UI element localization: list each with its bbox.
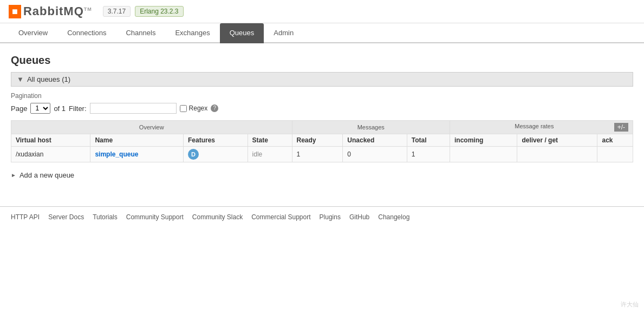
queue-name-link[interactable]: simple_queue bbox=[95, 151, 138, 158]
col-state: State bbox=[248, 134, 292, 147]
filter-label: Filter: bbox=[69, 104, 87, 113]
footer-community-slack[interactable]: Community Slack bbox=[192, 213, 243, 221]
footer-commercial-support[interactable]: Commercial Support bbox=[251, 213, 310, 221]
cell-deliver-get bbox=[517, 147, 597, 162]
regex-checkbox[interactable] bbox=[180, 105, 187, 112]
cell-state: idle bbox=[248, 147, 292, 162]
page-title: Queues bbox=[11, 54, 633, 67]
cell-incoming bbox=[450, 147, 517, 162]
pagination-label: Pagination bbox=[11, 92, 633, 100]
messages-group-header: Messages bbox=[292, 121, 450, 134]
col-features: Features bbox=[184, 134, 248, 147]
add-queue-section: ► Add a new queue bbox=[11, 171, 633, 179]
col-virtual-host: Virtual host bbox=[11, 134, 90, 147]
page-label: Page bbox=[11, 104, 27, 113]
footer-plugins[interactable]: Plugins bbox=[320, 213, 341, 221]
footer-community-support[interactable]: Community Support bbox=[126, 213, 184, 221]
col-incoming: incoming bbox=[450, 134, 517, 147]
col-total: Total bbox=[407, 134, 450, 147]
nav-admin[interactable]: Admin bbox=[264, 23, 303, 43]
logo: ■ RabbitMQTM bbox=[9, 4, 92, 18]
section-arrow-icon: ▼ bbox=[17, 75, 24, 83]
col-ready: Ready bbox=[292, 134, 343, 147]
queues-table: Overview Messages Message rates +/- Virt… bbox=[11, 120, 633, 162]
pagination-controls: Page 1 of 1 Filter: Regex ? bbox=[11, 103, 633, 114]
cell-ack bbox=[597, 147, 633, 162]
add-queue-label: Add a new queue bbox=[19, 171, 74, 179]
help-icon[interactable]: ? bbox=[211, 104, 218, 112]
page-select[interactable]: 1 bbox=[30, 103, 50, 114]
message-rates-group-header: Message rates +/- bbox=[450, 121, 633, 134]
footer: HTTP API Server Docs Tutorials Community… bbox=[0, 206, 644, 227]
add-queue-toggle[interactable]: ► Add a new queue bbox=[11, 171, 633, 179]
logo-tm: TM bbox=[84, 6, 92, 12]
content: Queues ▼ All queues (1) Pagination Page … bbox=[0, 43, 644, 190]
state-label: idle bbox=[252, 151, 263, 158]
footer-http-api[interactable]: HTTP API bbox=[11, 213, 40, 221]
plus-minus-button[interactable]: +/- bbox=[614, 123, 628, 132]
overview-group-header: Overview bbox=[11, 121, 292, 134]
col-unacked: Unacked bbox=[343, 134, 407, 147]
col-name: Name bbox=[90, 134, 184, 147]
nav-connections[interactable]: Connections bbox=[57, 23, 116, 43]
regex-label: Regex bbox=[180, 104, 208, 112]
feature-badge: D bbox=[188, 149, 199, 160]
header: ■ RabbitMQTM 3.7.17 Erlang 23.2.3 bbox=[0, 0, 644, 23]
col-deliver-get: deliver / get bbox=[517, 134, 597, 147]
logo-text: RabbitMQTM bbox=[23, 4, 92, 18]
nav: Overview Connections Channels Exchanges … bbox=[0, 23, 644, 43]
footer-tutorials[interactable]: Tutorials bbox=[93, 213, 118, 221]
erlang-badge: Erlang 23.2.3 bbox=[135, 6, 183, 17]
add-queue-arrow-icon: ► bbox=[11, 172, 16, 178]
nav-channels[interactable]: Channels bbox=[116, 23, 165, 43]
nav-queues[interactable]: Queues bbox=[220, 23, 264, 43]
cell-virtual-host: /xudaxian bbox=[11, 147, 90, 162]
all-queues-section[interactable]: ▼ All queues (1) bbox=[11, 72, 633, 87]
cell-ready: 1 bbox=[292, 147, 343, 162]
cell-name: simple_queue bbox=[90, 147, 184, 162]
cell-features: D bbox=[184, 147, 248, 162]
footer-github[interactable]: GitHub bbox=[349, 213, 369, 221]
cell-unacked: 0 bbox=[343, 147, 407, 162]
version-badge: 3.7.17 bbox=[103, 6, 131, 17]
cell-total: 1 bbox=[407, 147, 450, 162]
col-ack: ack bbox=[597, 134, 633, 147]
table-row: /xudaxian simple_queue D idle 1 0 1 bbox=[11, 147, 633, 162]
nav-exchanges[interactable]: Exchanges bbox=[165, 23, 219, 43]
filter-input[interactable] bbox=[90, 103, 177, 114]
pagination-section: Pagination Page 1 of 1 Filter: Regex ? bbox=[11, 92, 633, 114]
of-label: of 1 bbox=[54, 104, 66, 113]
nav-overview[interactable]: Overview bbox=[9, 23, 57, 43]
footer-changelog[interactable]: Changelog bbox=[378, 213, 409, 221]
logo-icon: ■ bbox=[9, 5, 21, 18]
section-label: All queues (1) bbox=[27, 75, 70, 83]
footer-server-docs[interactable]: Server Docs bbox=[48, 213, 84, 221]
